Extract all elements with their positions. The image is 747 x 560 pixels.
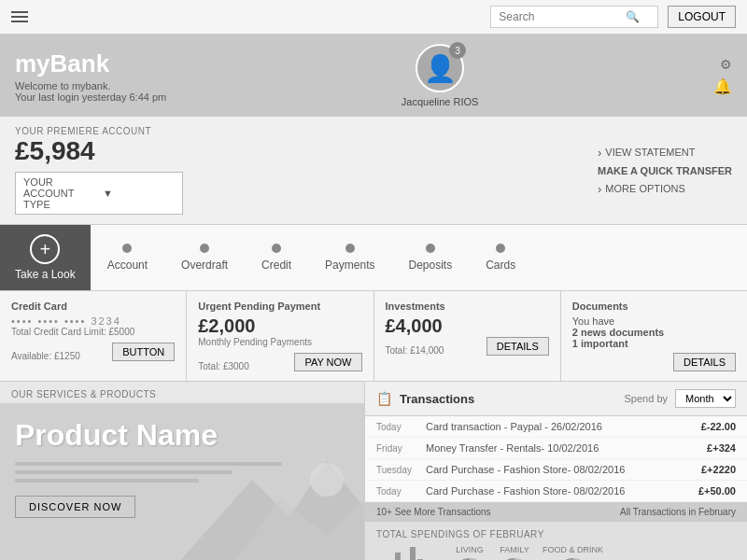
search-input[interactable] bbox=[499, 10, 620, 23]
bar bbox=[410, 547, 416, 560]
account-panel: YOUR PREMIERE ACCOUNT £5,984 YOUR ACCOUN… bbox=[0, 117, 747, 225]
investments-amount: £4,000 bbox=[386, 315, 549, 337]
left-panel: OUR SERVICES & PRODUCTS Product Name DIS… bbox=[0, 382, 364, 560]
tab-deposits-label: Deposits bbox=[408, 259, 452, 272]
tab-account[interactable]: Account bbox=[91, 231, 164, 285]
tab-credit-label: Credit bbox=[261, 259, 291, 272]
transaction-row: Friday Money Transfer - Rentals- 10/02/2… bbox=[365, 438, 747, 459]
tab-dot bbox=[200, 244, 209, 253]
right-panel: 📋 Transactions Spend by Month Today Card… bbox=[364, 382, 747, 560]
bar bbox=[395, 553, 401, 560]
tab-credit[interactable]: Credit bbox=[245, 231, 308, 285]
pay-now-button[interactable]: PAY NOW bbox=[294, 353, 361, 371]
tab-deposits[interactable]: Deposits bbox=[391, 231, 469, 285]
tab-take-look[interactable]: + Take a Look bbox=[0, 225, 91, 290]
category-label: FOOD & DRINK bbox=[543, 545, 603, 554]
account-type-select[interactable]: YOUR ACCOUNT TYPE ▼ bbox=[15, 172, 183, 215]
search-icon: 🔍 bbox=[626, 10, 640, 23]
quick-transfer-label[interactable]: MAKE A QUICK TRANSFER bbox=[598, 165, 732, 176]
main-content: OUR SERVICES & PRODUCTS Product Name DIS… bbox=[0, 382, 747, 560]
account-balance: £5,984 bbox=[15, 136, 570, 166]
account-type-label: YOUR ACCOUNT TYPE bbox=[23, 176, 95, 210]
credit-card-limit: Total Credit Card Limit: £5000 bbox=[11, 327, 175, 337]
user-name: Jacqueline RIOS bbox=[402, 96, 479, 107]
notification-badge: 3 bbox=[449, 42, 466, 59]
nav-tabs: + Take a Look Account Overdraft Credit P… bbox=[0, 225, 747, 291]
chevron-down-icon: ▼ bbox=[103, 188, 175, 199]
tab-cards[interactable]: Cards bbox=[469, 231, 532, 285]
header-brand-area: myBank Welcome to mybank. Your last logi… bbox=[15, 49, 166, 103]
all-february-label: All Transactions in February bbox=[620, 507, 736, 517]
trans-day: Friday bbox=[376, 443, 418, 454]
services-header: OUR SERVICES & PRODUCTS bbox=[0, 382, 364, 403]
more-options-link[interactable]: MORE OPTIONS bbox=[598, 182, 732, 196]
spending-title: TOTAL SPENDINGS OF FEBRUARY bbox=[376, 529, 736, 539]
credit-card-title: Credit Card bbox=[11, 301, 175, 312]
account-info: YOUR PREMIERE ACCOUNT £5,984 YOUR ACCOUN… bbox=[15, 126, 570, 215]
user-icon: 👤 bbox=[424, 53, 457, 84]
take-look-icon: + bbox=[30, 234, 60, 264]
menu-icon[interactable] bbox=[11, 11, 28, 22]
documents-text: You have 2 news documents 1 important bbox=[572, 315, 736, 349]
see-more-transactions[interactable]: 10+ See More Transactions All Transactio… bbox=[365, 502, 747, 522]
spending-bars bbox=[388, 545, 430, 560]
spend-by-select[interactable]: Month bbox=[675, 389, 736, 408]
investments-title: Investments bbox=[386, 301, 549, 312]
credit-card-button[interactable]: BUTTON bbox=[112, 343, 175, 361]
trans-day: Tuesday bbox=[376, 465, 418, 475]
category-label: LIVING bbox=[456, 545, 484, 554]
trans-desc: Card transaction - Paypal - 26/02/2016 bbox=[426, 421, 694, 432]
brand-name: myBank bbox=[15, 49, 166, 78]
account-label: YOUR PREMIERE ACCOUNT bbox=[15, 126, 570, 136]
credit-card-available: Available: £1250 bbox=[11, 351, 80, 361]
tab-dot bbox=[496, 244, 505, 253]
trans-amount: £-22.00 bbox=[701, 421, 736, 432]
logout-button[interactable]: LOGOUT bbox=[668, 6, 736, 28]
trans-day: Today bbox=[376, 422, 418, 432]
transactions-icon: 📋 bbox=[376, 391, 392, 406]
pending-payment-summary: Urgent Pending Payment £2,000 Monthly Pe… bbox=[187, 291, 374, 381]
account-actions: VIEW STATEMENT MAKE A QUICK TRANSFER MOR… bbox=[598, 126, 732, 215]
see-more-label: 10+ See More Transactions bbox=[376, 507, 491, 517]
bell-icon[interactable]: 🔔 bbox=[713, 77, 732, 95]
tab-overdraft[interactable]: Overdraft bbox=[164, 231, 245, 285]
tab-dot bbox=[272, 244, 281, 253]
transaction-row: Today Card transaction - Paypal - 26/02/… bbox=[365, 416, 747, 438]
tab-overdraft-label: Overdraft bbox=[181, 259, 228, 272]
tab-account-label: Account bbox=[107, 259, 148, 272]
summary-cards: Credit Card •••• •••• •••• 3234 Total Cr… bbox=[0, 291, 747, 382]
tab-dot bbox=[345, 244, 355, 253]
transaction-row: Today Card Purchase - Fashion Store- 08/… bbox=[365, 481, 747, 502]
spend-by-label: Spend by bbox=[625, 393, 668, 404]
spending-category-food: FOOD & DRINK bbox=[543, 545, 603, 560]
trans-amount: £+2220 bbox=[701, 464, 736, 475]
pending-total: Total: £3000 bbox=[198, 361, 249, 371]
documents-summary: Documents You have 2 news documents 1 im… bbox=[561, 291, 747, 381]
svg-point-2 bbox=[310, 463, 344, 497]
discover-button[interactable]: DISCOVER NOW bbox=[15, 496, 135, 518]
search-box[interactable]: 🔍 bbox=[490, 6, 658, 28]
take-look-label: Take a Look bbox=[15, 268, 76, 281]
pending-title: Urgent Pending Payment bbox=[198, 301, 361, 312]
mountain-illustration bbox=[177, 452, 364, 560]
investments-details-button[interactable]: DETAILS bbox=[486, 337, 549, 356]
documents-title: Documents bbox=[572, 301, 736, 312]
pending-amount: £2,000 bbox=[198, 315, 361, 337]
tab-dot bbox=[426, 244, 435, 253]
pending-sub: Monthly Pending Payments bbox=[198, 337, 361, 347]
investments-summary: Investments £4,000 Total: £14,000 DETAIL… bbox=[374, 291, 561, 381]
view-statement-link[interactable]: VIEW STATEMENT bbox=[598, 146, 732, 160]
top-bar: 🔍 LOGOUT bbox=[0, 0, 747, 35]
spending-chart: £34.500 bbox=[376, 545, 442, 560]
tab-dot bbox=[122, 244, 132, 253]
category-label: FAMILY bbox=[500, 545, 529, 554]
documents-details-button[interactable]: DETAILS bbox=[673, 353, 736, 371]
tab-payments-label: Payments bbox=[325, 259, 374, 272]
trans-desc: Card Purchase - Fashion Store- 08/02/201… bbox=[426, 464, 694, 475]
spending-summary: TOTAL SPENDINGS OF FEBRUARY £34.500 bbox=[365, 522, 747, 560]
tab-payments[interactable]: Payments bbox=[308, 231, 391, 285]
settings-icon[interactable]: ⚙ bbox=[720, 57, 732, 72]
header-actions: ⚙ 🔔 bbox=[713, 57, 732, 95]
credit-card-number: •••• •••• •••• 3234 bbox=[11, 315, 175, 327]
trans-amount: £+50.00 bbox=[698, 485, 736, 497]
